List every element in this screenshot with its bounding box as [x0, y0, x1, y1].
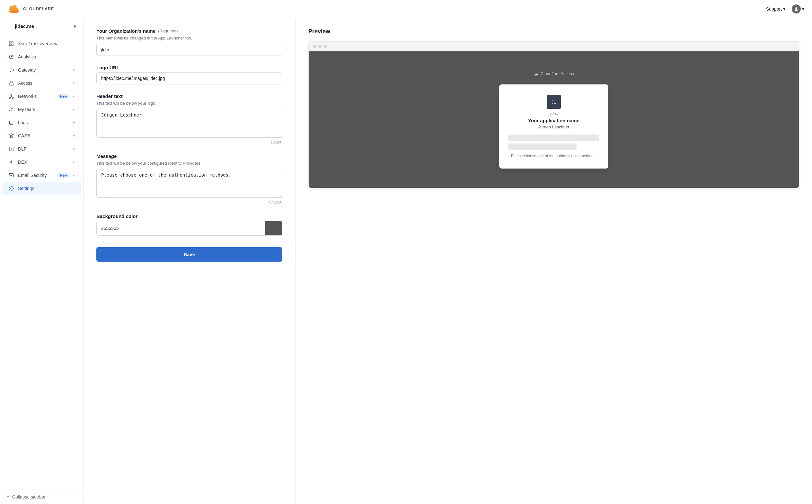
browser-content-inner: ☁ Cloudflare Access JL jldec Your applic… — [315, 71, 792, 169]
bg-color-label-row: Background color — [96, 213, 282, 219]
sidebar-label-access: Access — [18, 81, 69, 86]
sidebar-item-dlp[interactable]: DLP ▾ — [2, 143, 81, 155]
sidebar-label-email-security: Email Security — [18, 173, 54, 178]
org-name-section: Your Organization's name (Required) This… — [96, 28, 282, 56]
message-section: Message This text will be below your con… — [96, 153, 282, 204]
sidebar-item-email-security[interactable]: Email Security New ▾ — [2, 169, 81, 182]
dex-expand-icon: ▾ — [73, 160, 75, 164]
layout: ← jldec.me ▶ Zero Trust overview Analyti… — [0, 18, 812, 504]
save-button[interactable]: Save — [96, 247, 282, 262]
sidebar-label-logs: Logs — [18, 120, 69, 125]
org-name-label-row: Your Organization's name (Required) — [96, 28, 282, 34]
sidebar-label-dex: DEX — [18, 160, 69, 165]
sidebar-label-dlp: DLP — [18, 146, 69, 152]
collapse-label: Collapse sidebar — [12, 494, 46, 500]
gateway-icon — [8, 67, 14, 73]
header-text-section: Header text This text will be below your… — [96, 93, 282, 144]
access-icon — [8, 80, 14, 86]
logo-url-input[interactable] — [96, 72, 282, 84]
login-card-btn-1[interactable] — [508, 135, 599, 141]
logo-url-label-row: Logo URL — [96, 65, 282, 70]
bg-color-label: Background color — [96, 213, 137, 219]
svg-point-9 — [11, 94, 12, 95]
login-card-user: Jürgen Leschner — [508, 125, 599, 129]
team-icon — [8, 107, 14, 112]
networks-expand-icon: ▾ — [73, 94, 75, 99]
back-button[interactable]: ← — [6, 23, 12, 29]
access-expand-icon: ▾ — [73, 81, 75, 85]
user-chevron-icon: ▾ — [802, 6, 804, 12]
login-card-appname: Your application name — [508, 118, 599, 123]
sidebar-item-access[interactable]: Access ▾ — [2, 77, 81, 90]
message-counter: 48/1500 — [96, 200, 282, 204]
org-name-input[interactable] — [96, 44, 282, 56]
header-text-textarea[interactable]: Jürgen Leschner — [96, 109, 282, 138]
user-menu[interactable]: ▾ — [792, 4, 804, 13]
sidebar-item-logs[interactable]: Logs ▾ — [2, 116, 81, 129]
sidebar-item-my-team[interactable]: My team ▾ — [2, 103, 81, 116]
browser-dot-3 — [323, 45, 327, 48]
logo-text: CLOUDFLARE — [23, 6, 54, 11]
sidebar-label-casb: CASB — [18, 133, 69, 138]
svg-point-12 — [10, 108, 11, 109]
support-chevron-icon: ▾ — [783, 6, 785, 12]
team-expand-icon: ▾ — [73, 108, 75, 112]
sidebar-label-team: My team — [18, 107, 69, 112]
grid-icon — [8, 41, 14, 47]
message-hint: This text will be below your configured … — [96, 161, 282, 166]
logo-url-section: Logo URL — [96, 65, 282, 84]
collapse-sidebar-button[interactable]: « Collapse sidebar — [0, 490, 83, 504]
header-text-hint: This text will be below your logo. — [96, 101, 282, 106]
sidebar-label-gateway: Gateway — [18, 67, 69, 73]
message-label-row: Message — [96, 153, 282, 159]
header-text-label: Header text — [96, 93, 123, 99]
networks-icon — [8, 93, 14, 99]
main-content: Your Organization's name (Required) This… — [83, 18, 812, 504]
sidebar-item-zero-trust-overview[interactable]: Zero Trust overview — [2, 37, 81, 50]
sidebar-item-settings[interactable]: Settings — [2, 182, 81, 195]
sidebar-domain: jldec.me — [15, 23, 34, 29]
logo[interactable]: CLOUDFLARE — [8, 3, 54, 15]
dex-icon — [8, 159, 14, 165]
domain-expand-icon[interactable]: ▶ — [74, 24, 77, 28]
svg-text:JL: JL — [552, 100, 556, 105]
cf-access-label: ☁ Cloudflare Access — [315, 71, 792, 77]
email-security-new-badge: New — [58, 173, 69, 178]
org-name-label: Your Organization's name — [96, 28, 155, 34]
sidebar-item-dex[interactable]: DEX ▾ — [2, 156, 81, 169]
sidebar-item-analytics[interactable]: Analytics — [2, 50, 81, 63]
sidebar-label-analytics: Analytics — [18, 54, 75, 59]
settings-icon — [8, 186, 14, 191]
browser-mockup: ☁ Cloudflare Access JL jldec Your applic… — [308, 41, 799, 188]
login-card-avatar: JL — [547, 95, 561, 109]
color-input-row — [96, 221, 282, 236]
svg-rect-20 — [9, 174, 13, 177]
support-label: Support — [766, 6, 782, 12]
message-textarea[interactable]: Please choose one of the authentication … — [96, 169, 282, 198]
header-text-counter: 15/280 — [96, 140, 282, 144]
sidebar-item-gateway[interactable]: Gateway ▾ — [2, 64, 81, 76]
login-card-domain: jldec — [508, 111, 599, 116]
chart-icon — [8, 54, 14, 60]
sidebar: ← jldec.me ▶ Zero Trust overview Analyti… — [0, 18, 83, 504]
email-icon — [8, 172, 14, 178]
logo-url-label: Logo URL — [96, 65, 119, 70]
sidebar-nav: Zero Trust overview Analytics Gateway ▾ — [0, 34, 83, 490]
sidebar-item-networks[interactable]: Networks New ▾ — [2, 90, 81, 103]
support-button[interactable]: Support ▾ — [766, 6, 785, 12]
sidebar-item-casb[interactable]: CASB ▾ — [2, 129, 81, 142]
sidebar-label-settings: Settings — [18, 186, 75, 191]
color-swatch[interactable] — [265, 221, 282, 235]
sidebar-header: ← jldec.me ▶ — [0, 18, 83, 34]
login-card-btn-2[interactable] — [508, 143, 577, 150]
sidebar-label-networks: Networks — [18, 94, 54, 99]
bg-color-input[interactable] — [97, 222, 265, 234]
cf-logo-icon: ☁ — [534, 71, 539, 77]
gateway-expand-icon: ▾ — [73, 68, 75, 72]
form-panel: Your Organization's name (Required) This… — [83, 18, 295, 504]
svg-rect-3 — [12, 42, 13, 43]
login-card: JL jldec Your application name Jürgen Le… — [499, 84, 608, 169]
browser-bar — [309, 42, 799, 51]
browser-dot-2 — [318, 45, 321, 48]
bg-color-section: Background color — [96, 213, 282, 236]
